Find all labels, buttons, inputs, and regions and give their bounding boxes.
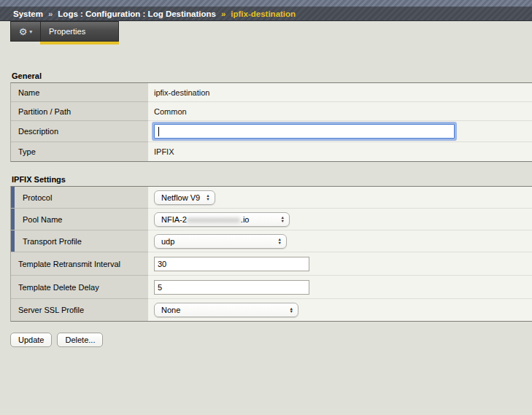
server-ssl-profile-select[interactable]: None ▲▼ — [154, 303, 298, 317]
window-top-stripe — [0, 0, 532, 7]
select-arrows-icon: ▲▼ — [275, 216, 285, 222]
action-buttons: Update Delete... — [10, 333, 532, 347]
protocol-select[interactable]: Netflow V9 ▲▼ — [154, 190, 215, 205]
select-arrows-icon: ▲▼ — [272, 238, 282, 244]
transport-profile-selected-value: udp — [161, 237, 174, 246]
table-row-protocol: Protocol Netflow V9 ▲▼ — [11, 187, 532, 209]
table-row-type: Type IPFIX — [11, 142, 532, 161]
redacted-text: xxxxxxxxxxxx — [188, 215, 240, 224]
transport-profile-label: Transport Profile — [11, 230, 148, 252]
active-tab-indicator — [40, 42, 119, 44]
breadcrumb-separator-icon: » — [221, 9, 225, 18]
ipfix-settings-table: Protocol Netflow V9 ▲▼ Pool Name NFIA-2x… — [10, 186, 532, 322]
tab-properties-label: Properties — [49, 27, 85, 36]
description-input[interactable] — [154, 124, 455, 139]
template-delete-delay-input[interactable] — [154, 280, 309, 295]
partition-value: Common — [148, 102, 532, 121]
gear-icon: ⚙ — [19, 27, 28, 36]
chevron-down-icon: ▾ — [29, 28, 32, 35]
general-table: Name ipfix-destination Partition / Path … — [10, 82, 532, 162]
name-label: Name — [11, 83, 148, 102]
breadcrumb: System » Logs : Configuration : Log Dest… — [0, 7, 532, 21]
select-arrows-icon: ▲▼ — [284, 307, 293, 314]
template-retransmit-interval-label: Template Retransmit Interval — [11, 252, 148, 276]
transport-profile-select[interactable]: udp ▲▼ — [154, 234, 287, 249]
table-row-transport-profile: Transport Profile udp ▲▼ — [11, 230, 532, 252]
type-label: Type — [11, 142, 148, 161]
table-row-name: Name ipfix-destination — [11, 83, 532, 102]
table-row-template-delete-delay: Template Delete Delay — [11, 276, 532, 299]
options-gear-button[interactable]: ⚙ ▾ — [10, 21, 40, 42]
pool-name-select[interactable]: NFIA-2xxxxxxxxxxxx.io ▲▼ — [154, 212, 290, 227]
table-row-template-retransmit-interval: Template Retransmit Interval — [11, 252, 532, 276]
breadcrumb-section: Logs : Configuration : Log Destinations — [58, 9, 216, 18]
partition-label: Partition / Path — [11, 102, 148, 121]
type-value: IPFIX — [148, 142, 532, 161]
table-row-pool-name: Pool Name NFIA-2xxxxxxxxxxxx.io ▲▼ — [11, 209, 532, 230]
ipfix-section-heading: IPFIX Settings — [12, 175, 532, 184]
description-label: Description — [11, 121, 148, 142]
tab-properties[interactable]: Properties — [40, 21, 119, 42]
pool-name-selected-value: NFIA-2xxxxxxxxxxxx.io — [161, 215, 249, 224]
pool-name-label: Pool Name — [11, 209, 148, 230]
tab-bar: ⚙ ▾ Properties — [10, 21, 532, 44]
template-retransmit-interval-input[interactable] — [154, 257, 309, 271]
select-arrows-icon: ▲▼ — [200, 194, 209, 201]
template-delete-delay-label: Template Delete Delay — [11, 276, 148, 299]
table-row-description: Description — [11, 121, 532, 142]
text-cursor — [158, 127, 159, 136]
name-value: ipfix-destination — [148, 83, 532, 102]
server-ssl-profile-label: Server SSL Profile — [11, 299, 148, 321]
breadcrumb-separator-icon: » — [48, 9, 53, 18]
protocol-label: Protocol — [11, 187, 148, 209]
update-button[interactable]: Update — [10, 333, 52, 347]
breadcrumb-current-page: ipfix-destination — [231, 9, 296, 18]
general-section-heading: General — [12, 71, 532, 80]
table-row-partition: Partition / Path Common — [11, 102, 532, 121]
delete-button[interactable]: Delete... — [57, 333, 103, 347]
breadcrumb-system[interactable]: System — [13, 9, 43, 18]
table-row-server-ssl-profile: Server SSL Profile None ▲▼ — [11, 299, 532, 321]
server-ssl-profile-selected-value: None — [161, 306, 180, 314]
protocol-selected-value: Netflow V9 — [161, 193, 200, 202]
